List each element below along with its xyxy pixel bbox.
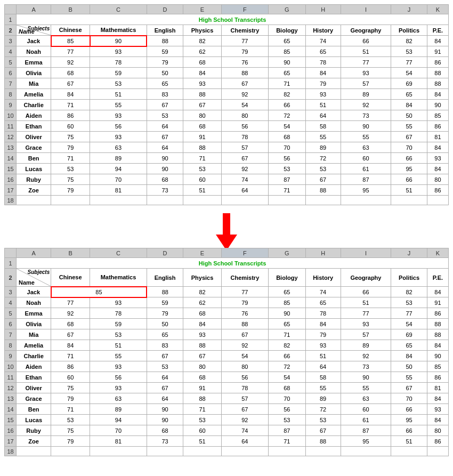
col-h-b: H [305, 248, 341, 258]
col-i: I [341, 5, 391, 14]
col-f-b: F [221, 248, 268, 258]
math-header: Mathematics [90, 25, 147, 36]
table-row: 8 Amelia 84518388928293896584 [5, 340, 449, 351]
biology-header: Biology [269, 25, 306, 36]
col-a: A [17, 5, 51, 14]
col-b: B [51, 5, 90, 14]
table-row: 3 Jack 85 88 82 77 65 74 66 82 84 [5, 287, 449, 297]
col-i-b: I [341, 248, 391, 258]
table-row: 8 Amelia 84518388928293896584 [5, 89, 449, 100]
table-row: 17 Zoe 79817351647188955186 [5, 185, 449, 196]
table-row: 13 Grace 79636488577089637084 [5, 142, 449, 153]
subjects-name-cell-b: Subjects Name [17, 269, 51, 287]
row-1-num: 1 [5, 14, 17, 25]
chemistry-header: Chemistry [221, 25, 268, 36]
table-row: 13 Grace 79636488577089637084 [5, 393, 449, 404]
name-label: Name [19, 28, 35, 35]
math-header-b: Mathematics [90, 269, 147, 287]
col-a-b: A [17, 248, 51, 258]
pe-header-b: P.E. [427, 269, 448, 287]
chinese-header-b: Chinese [51, 269, 90, 287]
table-row: 14 Ben 71899071675672606693 [5, 404, 449, 415]
table-row: 10 Aiden 86935380807264735085 [5, 361, 449, 372]
col-k-b: K [427, 248, 448, 258]
bottom-title: High School Transcripts [17, 258, 449, 269]
table-row: 7 Mia 67536593677179576988 [5, 78, 449, 89]
arrow [216, 213, 237, 251]
history-header-b: History [305, 269, 341, 287]
table-row: 16 Ruby 75706860748767876680 [5, 174, 449, 185]
arrow-shaft [223, 213, 230, 235]
biology-header-b: Biology [269, 269, 306, 287]
top-title: High School Transcripts [17, 14, 449, 25]
table-row: 12 Oliver 75936791786855556781 [5, 383, 449, 393]
table-row: 17 Zoe 79817351647188955186 [5, 436, 449, 447]
col-d-b: D [147, 248, 183, 258]
empty-row-18-b: 18 [5, 447, 449, 456]
geography-header: Geography [341, 25, 391, 36]
col-c: C [90, 5, 147, 14]
col-k: K [427, 5, 448, 14]
subject-header-row: 2 Subjects Name Chinese Mathematics Engl… [5, 25, 449, 36]
table-row: 11 Ethan 60566468565458905586 [5, 372, 449, 383]
table-row: 5 Emma 92787968769078777786 [5, 308, 449, 319]
top-table: A B C D E F G H I J K 1 High School Tran… [4, 4, 449, 205]
col-j-b: J [391, 248, 427, 258]
title-row: 1 High School Transcripts [5, 14, 449, 25]
table-row: 6 Olivia 68595084886584935488 [5, 319, 449, 329]
subjects-name-cell: Subjects Name [17, 25, 51, 36]
english-header: English [147, 25, 183, 36]
bottom-table: A B C D E F G H I J K 1 High School Tran… [4, 248, 449, 456]
table-row: 10 Aiden 86935380807264735085 [5, 110, 449, 121]
pe-header: P.E. [427, 25, 448, 36]
history-header: History [305, 25, 341, 36]
col-e: E [183, 5, 221, 14]
chemistry-header-b: Chemistry [221, 269, 268, 287]
table-row: 6 Olivia 68595084886584935488 [5, 68, 449, 78]
english-header-b: English [147, 269, 183, 287]
title-row-bottom: 1 High School Transcripts [5, 258, 449, 269]
table-row: 14 Ben 71899071675672606693 [5, 153, 449, 164]
col-d: D [147, 5, 183, 14]
col-h: H [305, 5, 341, 14]
col-b-b: B [51, 248, 90, 258]
corner-cell [5, 5, 17, 14]
subjects-label-b: Subjects [28, 269, 50, 275]
col-header-row: A B C D E F G H I J K [5, 5, 449, 14]
col-j: J [391, 5, 427, 14]
politics-header: Politics [391, 25, 427, 36]
arrow-container [4, 216, 449, 248]
col-f: F [221, 5, 268, 14]
table-row: 12 Oliver 75936791786855556781 [5, 132, 449, 142]
row-2-num: 2 [5, 25, 17, 36]
col-e-b: E [183, 248, 221, 258]
col-g-b: G [269, 248, 306, 258]
geography-header-b: Geography [341, 269, 391, 287]
physics-header: Physics [183, 25, 221, 36]
table-row: 9 Charlie 71556767546651928490 [5, 100, 449, 110]
col-c-b: C [90, 248, 147, 258]
name-label-b: Name [19, 279, 35, 286]
table-row: 9 Charlie 71556767546651928490 [5, 351, 449, 361]
row-2-num-b: 2 [5, 269, 17, 287]
table-row: 16 Ruby 75706860748767876680 [5, 425, 449, 436]
politics-header-b: Politics [391, 269, 427, 287]
col-header-row-bottom: A B C D E F G H I J K [5, 248, 449, 258]
corner-cell-b [5, 248, 17, 258]
empty-row-18: 18 [5, 196, 449, 205]
col-g: G [269, 5, 306, 14]
table-row: 5 Emma 92787968769078777786 [5, 57, 449, 68]
chinese-header: Chinese [51, 25, 90, 36]
table-row: 4 Noah 77935962798565515391 [5, 297, 449, 308]
table-row: 15 Lucas 53949053925353619584 [5, 164, 449, 174]
table-row: 7 Mia 67536593677179576988 [5, 329, 449, 340]
bottom-sheet: A B C D E F G H I J K 1 High School Tran… [4, 248, 449, 456]
subject-header-row-bottom: 2 Subjects Name Chinese Mathematics Engl… [5, 269, 449, 287]
page-container: A B C D E F G H I J K 1 High School Tran… [0, 0, 453, 471]
table-row: 3 Jack 85 90 88 82 77 65 74 66 82 84 [5, 36, 449, 46]
row-1-num-b: 1 [5, 258, 17, 269]
top-sheet: A B C D E F G H I J K 1 High School Tran… [4, 4, 449, 205]
table-row: 4 Noah 77935962798565515391 [5, 46, 449, 57]
physics-header-b: Physics [183, 269, 221, 287]
table-row: 15 Lucas 53949053925353619584 [5, 415, 449, 425]
